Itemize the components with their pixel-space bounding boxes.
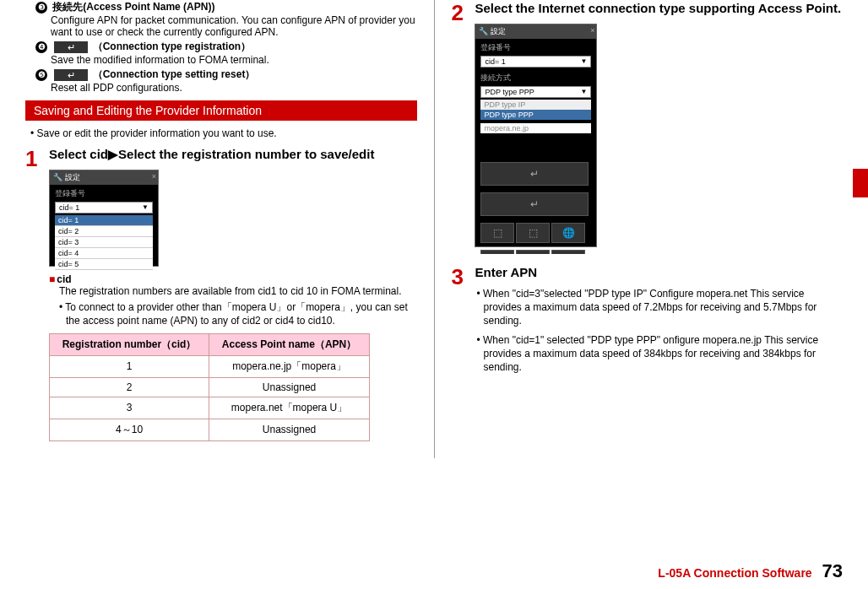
conn-reg-desc: Save the modified information to FOMA te…: [51, 54, 417, 66]
cid-option[interactable]: cid= 2: [55, 226, 153, 237]
step-2-title: Select the Internet connection type supp…: [475, 0, 843, 17]
table-row: 4～10Unassigned: [50, 419, 370, 440]
conn-reset-desc: Reset all PDP configurations.: [51, 82, 417, 94]
reset-button[interactable]: ↵: [480, 192, 589, 216]
pdp-option[interactable]: PDP type PPP: [480, 110, 591, 120]
marker-4: ❹: [35, 41, 47, 53]
chevron-down-icon: ▼: [142, 203, 149, 212]
close-icon: ×: [590, 26, 594, 35]
pdp-option[interactable]: PDP type IP: [480, 100, 591, 110]
step-3: 3 Enter APN • When "cid=3"selected "PDP …: [451, 264, 843, 380]
step-3-title: Enter APN: [475, 264, 843, 281]
save-edit-note: • Save or edit the provider information …: [37, 127, 417, 139]
conn-reg-title: （Connection type registration）: [93, 41, 251, 52]
window-title: 🔧 設定 ×: [50, 170, 158, 185]
apn-title: 接続先(Access Point Name (APN)): [52, 1, 214, 13]
enter-icon: ↵: [54, 69, 88, 81]
connection-method-label: 接続方式: [475, 69, 596, 84]
red-square-icon: ■: [49, 273, 55, 285]
step-3-number: 3: [451, 264, 471, 290]
cid-option[interactable]: cid= 1: [55, 215, 153, 226]
conn-type-reset-item: ❺ ↵ （Connection type setting reset） Rese…: [25, 68, 417, 94]
column-divider: [434, 0, 435, 458]
globe-button[interactable]: 🌐: [480, 250, 514, 254]
pdp-dropdown[interactable]: PDP type IP PDP type PPP: [480, 100, 591, 120]
table-row: 2Unassigned: [50, 377, 370, 397]
window-title: 🔧 設定 ×: [475, 24, 596, 39]
cid-option[interactable]: cid= 5: [55, 259, 153, 270]
step-2: 2 Select the Internet connection type su…: [451, 0, 843, 254]
step-1-title: Select cid▶Select the registration numbe…: [49, 146, 417, 163]
table-header-apn: Access Point name（APN）: [209, 333, 370, 355]
table-row: 1mopera.ne.jp「mopera」: [50, 355, 370, 377]
signal-button[interactable]: 📶: [551, 250, 585, 254]
marker-5: ❺: [35, 69, 47, 81]
edge-tab: [853, 169, 868, 197]
settings-button[interactable]: ⚙: [516, 250, 550, 254]
step-1: 1 Select cid▶Select the registration num…: [25, 146, 417, 448]
conn-reset-title: （Connection type setting reset）: [93, 68, 256, 80]
pdp-selected: PDP type PPP: [485, 88, 534, 96]
table-header-cid: Registration number（cid）: [50, 333, 209, 355]
section-header: Saving and Editing the Provider Informat…: [25, 100, 417, 121]
nav-button-2[interactable]: ⬚: [516, 223, 550, 243]
enter-button[interactable]: ↵: [480, 162, 589, 186]
step-3-bullet-1: • When "cid=3"selected "PDP type IP" Con…: [475, 287, 843, 328]
step-1-number: 1: [25, 146, 46, 172]
settings-icon: 🔧 設定: [479, 26, 506, 37]
cid-selected-value: cid= 1: [59, 203, 79, 212]
cid-desc: The registration numbers are available f…: [59, 285, 417, 297]
cid-bullet: • To connect to a provider other than「mo…: [59, 300, 417, 327]
step-2-number: 2: [451, 0, 471, 26]
table-row: 3mopera.net「mopera U」: [50, 397, 370, 419]
apn-config-item: ❸ 接続先(Access Point Name (APN)) Configure…: [25, 0, 417, 38]
chevron-down-icon: ▼: [581, 57, 588, 66]
settings-icon: 🔧 設定: [53, 172, 80, 183]
conn-type-reg-item: ❹ ↵ （Connection type registration） Save …: [25, 40, 417, 66]
cid-select[interactable]: cid= 1 ▼: [480, 56, 591, 68]
cid-option[interactable]: cid= 4: [55, 248, 153, 259]
page-footer: L-05A Connection Software 73: [658, 560, 843, 582]
apn-desc: Configure APN for packet communication. …: [51, 14, 417, 38]
cid-value: cid= 1: [485, 57, 505, 66]
apn-table: Registration number（cid） Access Point na…: [49, 333, 370, 441]
close-icon: ×: [152, 172, 156, 181]
cid-select-screenshot: 🔧 設定 × 登録番号 cid= 1 ▼ cid= 1 cid= 2 cid= …: [49, 170, 159, 267]
step-3-bullet-2: • When "cid=1" selected "PDP type PPP" o…: [475, 333, 843, 375]
cid-option[interactable]: cid= 3: [55, 237, 153, 248]
connection-type-screenshot: 🔧 設定 × 登録番号 cid= 1 ▼ 接続方式 PDP type PPP ▼…: [475, 24, 597, 247]
footer-title: L-05A Connection Software: [658, 566, 811, 580]
apn-field[interactable]: mopera.ne.jp: [480, 123, 591, 133]
reg-number-label: 登録番号: [50, 185, 158, 200]
cid-select[interactable]: cid= 1 ▼: [55, 202, 153, 213]
enter-icon: ↵: [54, 41, 88, 53]
nav-button-1[interactable]: ⬚: [480, 223, 514, 243]
nav-button-3[interactable]: 🌐: [551, 223, 585, 243]
cid-dropdown[interactable]: cid= 1 cid= 2 cid= 3 cid= 4 cid= 5: [55, 215, 153, 270]
cid-explanation: ■cid The registration numbers are availa…: [49, 273, 417, 327]
chevron-down-icon: ▼: [581, 88, 588, 96]
cid-label: cid: [57, 273, 71, 285]
reg-number-label: 登録番号: [475, 39, 596, 54]
marker-3: ❸: [35, 2, 47, 14]
page-number: 73: [822, 560, 843, 581]
pdp-select[interactable]: PDP type PPP ▼: [480, 86, 591, 98]
